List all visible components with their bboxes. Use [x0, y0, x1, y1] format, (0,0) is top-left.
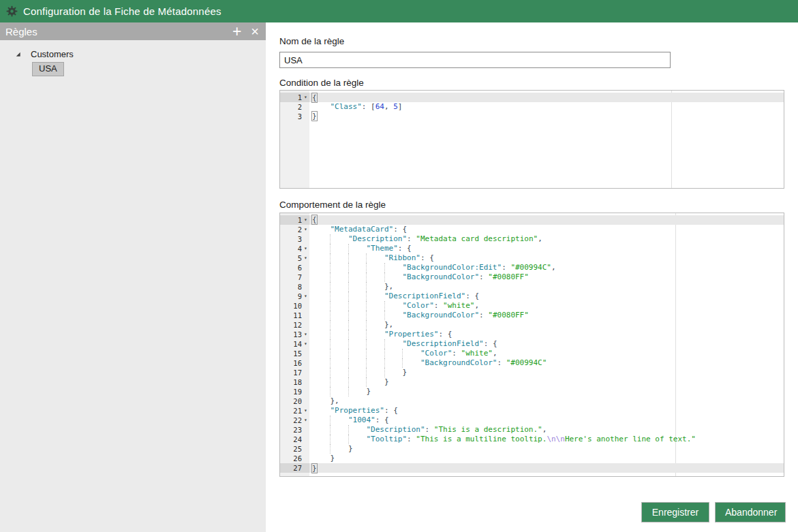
window-titlebar: Configuration de la Fiche de Métadonnées [0, 0, 798, 22]
token-pun: } [366, 387, 371, 396]
token-pun: : [479, 272, 488, 281]
code-line: } [309, 463, 784, 473]
fold-toggle-icon[interactable]: ▾ [302, 416, 309, 425]
indent-guide [330, 435, 348, 444]
indent-guide [330, 444, 348, 454]
token-pun: : { [384, 406, 398, 415]
token-key: "BackgroundColor" [402, 272, 479, 281]
indent-guide [366, 330, 384, 339]
token-pun: ] [398, 102, 403, 111]
tree-expanded-icon[interactable] [14, 50, 22, 58]
token-str: "white" [461, 349, 493, 358]
indent-guide [330, 320, 348, 330]
indent-guide [312, 244, 330, 253]
code-line: "BackgroundColor": "#0080FF" [309, 272, 784, 282]
indent-guide [366, 282, 384, 292]
fold-toggle-icon[interactable]: ▾ [302, 225, 309, 234]
indent-guide [330, 263, 348, 272]
token-key: "Description" [366, 425, 425, 434]
fold-toggle-icon[interactable]: ▾ [302, 330, 309, 339]
tree-node-usa-selected[interactable]: USA [32, 62, 64, 76]
indent-guide [312, 330, 330, 339]
indent-guide [330, 311, 348, 320]
indent-guide [330, 368, 348, 377]
rules-panel-header: Règles + × [0, 22, 266, 40]
indent-guide [366, 272, 384, 282]
token-pun: : { [438, 330, 452, 339]
indent-guide [384, 263, 402, 272]
condition-code-area[interactable]: {"Class": [64, 5]} [309, 91, 784, 188]
save-button[interactable]: Enregistrer [641, 502, 709, 522]
indent-guide [330, 253, 348, 263]
indent-guide [366, 349, 384, 358]
indent-guide [348, 253, 366, 263]
fold-toggle-icon[interactable]: ▾ [302, 93, 309, 102]
token-str: "Metadata card description" [416, 234, 538, 243]
indent-guide [312, 444, 330, 454]
gutter-line: 17 [280, 368, 309, 377]
token-pun: , [538, 234, 542, 243]
code-line: } [309, 112, 784, 121]
code-line: "Properties": { [309, 330, 784, 339]
token-key: "Tooltip" [366, 435, 407, 443]
fold-toggle-icon[interactable]: ▾ [302, 244, 309, 253]
close-panel-button[interactable]: × [251, 25, 259, 38]
code-line: }, [309, 396, 784, 406]
text-cursor [317, 93, 318, 101]
code-line: } [309, 387, 784, 396]
indent-guide [366, 301, 384, 311]
rule-name-input[interactable] [279, 52, 671, 68]
fold-toggle-icon[interactable]: ▾ [302, 253, 309, 263]
token-pun: } [402, 368, 407, 377]
code-line: } [309, 444, 784, 454]
indent-guide [330, 244, 348, 253]
indent-guide [348, 311, 366, 320]
gutter-line: 22▾ [280, 416, 309, 425]
code-line: } [309, 454, 784, 463]
add-rule-button[interactable]: + [232, 25, 241, 38]
indent-guide [312, 358, 330, 368]
indent-guide [330, 301, 348, 311]
indent-guide [366, 253, 384, 263]
gutter-line: 20 [280, 396, 309, 406]
indent-guide [348, 282, 366, 292]
tree-node-label[interactable]: Customers [31, 49, 74, 59]
indent-guide [330, 377, 348, 387]
indent-guide [348, 339, 366, 349]
code-line: "1004": { [309, 416, 784, 425]
indent-guide [366, 320, 384, 330]
gutter-line: 15 [280, 349, 309, 358]
indent-guide [330, 272, 348, 282]
token-str: "#00994C" [510, 263, 551, 272]
indent-guide [330, 349, 348, 358]
condition-code-editor[interactable]: 1▾23 {"Class": [64, 5]} [279, 90, 784, 189]
token-str: Here's another line of text." [565, 435, 696, 443]
behavior-code-area[interactable]: {"MetadataCard": {"Description": "Metada… [309, 213, 784, 476]
fold-toggle-icon[interactable]: ▾ [302, 339, 309, 349]
tree-node-customers[interactable]: Customers [0, 47, 266, 61]
indent-guide [312, 387, 330, 396]
fold-toggle-icon[interactable]: ▾ [302, 292, 309, 301]
indent-guide [348, 387, 366, 396]
fold-toggle-icon[interactable]: ▾ [302, 215, 309, 225]
gutter-line: 19 [280, 387, 309, 396]
token-key: "1004" [348, 416, 375, 424]
code-line: "Description": "Metadata card descriptio… [309, 234, 784, 244]
token-pun: : { [393, 225, 407, 234]
token-pun: } [312, 464, 317, 473]
gutter-line: 18 [280, 377, 309, 387]
gutter-line: 21▾ [280, 406, 309, 416]
code-line: "Tooltip": "This is a multiline tooltip.… [309, 435, 784, 444]
token-pun: , [493, 349, 497, 358]
fold-toggle-icon[interactable]: ▾ [302, 406, 309, 416]
cancel-button[interactable]: Abandonner [715, 502, 786, 522]
indent-guide [402, 358, 420, 368]
token-pun: : [479, 311, 488, 319]
indent-guide [384, 301, 402, 311]
code-line: "BackgroundColor": "#00994C" [309, 358, 784, 368]
behavior-code-editor[interactable]: 1▾2▾34▾5▾6789▾10111213▾14▾15161718192021… [279, 213, 784, 477]
indent-guide [312, 454, 330, 463]
indent-guide [348, 368, 366, 377]
indent-guide [312, 416, 330, 425]
token-pun: : [425, 425, 434, 434]
